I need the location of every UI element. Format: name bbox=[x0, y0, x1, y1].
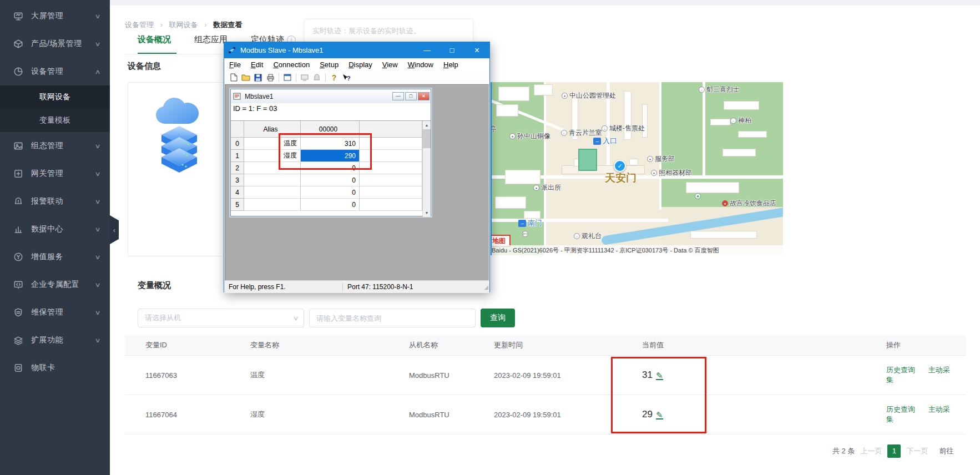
table-row: 11667064 湿度 ModbusRTU 2023-02-09 19:59:0… bbox=[125, 395, 966, 434]
open-file-button[interactable] bbox=[240, 72, 252, 83]
query-button[interactable]: 查询 bbox=[481, 309, 515, 327]
menu-file[interactable]: File bbox=[229, 60, 241, 69]
alias-cell[interactable] bbox=[244, 162, 301, 174]
menu-view[interactable]: View bbox=[382, 60, 398, 69]
sidebar-item-extension[interactable]: 扩展功能 ∨ bbox=[0, 326, 110, 354]
doc-icon bbox=[233, 93, 241, 100]
alias-cell[interactable]: 湿度 bbox=[244, 150, 301, 162]
sidebar-item-valueadded[interactable]: 增值服务 ∨ bbox=[0, 243, 110, 271]
child-minimize-button[interactable]: — bbox=[392, 92, 404, 100]
register-grid: Alias 00000 0 温度 310 1 湿度 290 bbox=[231, 121, 422, 217]
history-query-link[interactable]: 历史查询 bbox=[886, 366, 915, 374]
sidebar-item-gateway[interactable]: 网关管理 ∨ bbox=[0, 160, 110, 188]
breadcrumb-item[interactable]: 联网设备 bbox=[169, 21, 198, 29]
history-query-link[interactable]: 历史查询 bbox=[886, 405, 915, 413]
scroll-up-button[interactable]: ▲ bbox=[423, 121, 431, 129]
sidebar-item-device[interactable]: 设备管理 ∧ bbox=[0, 58, 110, 85]
next-page-button[interactable]: 下一页 bbox=[906, 446, 928, 456]
maximize-button[interactable]: □ bbox=[440, 42, 464, 58]
dot-poi-icon: ● bbox=[562, 93, 568, 99]
total-count: 共 2 条 bbox=[832, 446, 855, 456]
map-pin-check[interactable]: ✓ bbox=[614, 160, 626, 172]
minimize-button[interactable]: — bbox=[415, 42, 440, 58]
close-button[interactable]: × bbox=[464, 42, 489, 58]
map-road bbox=[491, 219, 668, 222]
alias-cell[interactable] bbox=[244, 199, 301, 211]
map-poi: ●派出所 bbox=[533, 183, 561, 193]
map-left-border bbox=[491, 82, 492, 255]
page-number-active[interactable]: 1 bbox=[887, 444, 901, 458]
menu-window[interactable]: Window bbox=[408, 60, 433, 69]
cell-actions: 历史查询 主动采集 bbox=[866, 365, 966, 385]
cell-variable-id: 11667063 bbox=[125, 371, 230, 380]
food-poi-icon: ● bbox=[722, 200, 728, 206]
sidebar-item-alarm[interactable]: 报警联动 ∨ bbox=[0, 188, 110, 215]
window-titlebar[interactable]: Modbus Slave - Mbslave1 — □ × bbox=[224, 42, 489, 58]
help-button[interactable]: ? bbox=[328, 72, 340, 83]
resize-grip[interactable]: ◢ bbox=[484, 284, 488, 290]
menu-connection[interactable]: Connection bbox=[273, 60, 310, 69]
breadcrumb-item[interactable]: 设备管理 bbox=[125, 21, 154, 29]
tab-configuration-app[interactable]: 组态应用 bbox=[194, 34, 228, 45]
value-cell[interactable]: 0 bbox=[301, 199, 360, 211]
sidebar-item-enterprise[interactable]: 企业专属配置 ∨ bbox=[0, 271, 110, 299]
sidebar-item-networked-devices[interactable]: 联网设备 bbox=[0, 85, 110, 109]
scroll-down-button[interactable]: ▼ bbox=[423, 209, 431, 217]
edit-pencil-icon[interactable]: ✎ bbox=[656, 372, 663, 380]
toolbar: ? ? bbox=[224, 71, 489, 84]
sidebar-item-iot-card[interactable]: 物联卡 bbox=[0, 354, 110, 382]
value-cell[interactable]: 0 bbox=[301, 162, 360, 174]
modbus-slave-window[interactable]: Modbus Slave - Mbslave1 — □ × File Edit … bbox=[224, 42, 490, 292]
map-road bbox=[703, 82, 705, 176]
menu-help[interactable]: Help bbox=[443, 60, 458, 69]
breadcrumb-item-current: 数据查看 bbox=[213, 21, 242, 29]
menu-setup[interactable]: Setup bbox=[320, 60, 339, 69]
print-button[interactable] bbox=[264, 72, 276, 83]
alias-cell[interactable] bbox=[244, 186, 301, 199]
variable-search-input[interactable] bbox=[309, 309, 476, 327]
mbslave-child-window[interactable]: Mbslave1 — □ × ID = 1: F = 03 Alias 0000… bbox=[230, 89, 431, 216]
menu-edit[interactable]: Edit bbox=[251, 60, 263, 69]
child-close-button[interactable]: × bbox=[418, 92, 430, 100]
sidebar-item-maintenance[interactable]: 维保管理 ∨ bbox=[0, 299, 110, 326]
sidebar-item-product[interactable]: 产品/场景管理 ∨ bbox=[0, 30, 110, 58]
bar-chart-icon bbox=[13, 224, 23, 234]
context-help-button[interactable]: ? bbox=[340, 72, 352, 83]
sidebar-collapse-handle[interactable]: ‹ bbox=[110, 215, 119, 244]
baidu-map[interactable]: ⌂郁三喜烈士 ●中山公园管理处 ⌂神柏 ⌂城楼-售票处 ⌂青云片兰室 ●孙中山铜… bbox=[491, 82, 783, 255]
chevron-down-icon: ∨ bbox=[94, 281, 100, 289]
alias-cell[interactable] bbox=[244, 174, 301, 186]
value-cell[interactable]: 0 bbox=[301, 174, 360, 186]
cell-current-value: 29✎ bbox=[622, 409, 866, 420]
setup-window-button[interactable] bbox=[281, 72, 294, 83]
save-button[interactable] bbox=[252, 72, 264, 83]
alias-cell[interactable]: 温度 bbox=[244, 138, 301, 150]
map-basketball-court bbox=[578, 149, 597, 171]
status-port-text: Port 47: 115200-8-N-1 bbox=[343, 283, 484, 291]
sidebar-item-variable-template[interactable]: 变量模板 bbox=[0, 109, 110, 132]
value-cell[interactable]: 310 bbox=[301, 138, 360, 150]
child-titlebar[interactable]: Mbslave1 — □ × bbox=[231, 89, 431, 104]
edit-pencil-icon[interactable]: ✎ bbox=[656, 411, 663, 420]
toolbar-separator bbox=[296, 73, 296, 82]
connection-button-disabled[interactable] bbox=[311, 72, 323, 83]
scrollbar-thumb[interactable] bbox=[423, 129, 431, 148]
sidebar-item-datacenter[interactable]: 数据中心 ∨ bbox=[0, 215, 110, 243]
grid-row: 1 湿度 290 bbox=[231, 150, 422, 162]
child-maximize-button[interactable]: □ bbox=[405, 92, 417, 100]
map-poi-south-gate: →南门 bbox=[518, 218, 542, 228]
display-button-disabled[interactable] bbox=[299, 72, 311, 83]
sidebar-item-configuration[interactable]: 组态管理 ∨ bbox=[0, 132, 110, 160]
tab-device-overview[interactable]: 设备概况 bbox=[138, 34, 171, 45]
prev-page-button[interactable]: 上一页 bbox=[860, 446, 882, 456]
menu-display[interactable]: Display bbox=[348, 60, 372, 69]
new-file-button[interactable] bbox=[228, 72, 240, 83]
breadcrumb-separator: › bbox=[204, 21, 206, 29]
slave-select[interactable]: 请选择从机 ∨ bbox=[138, 309, 304, 327]
dot-poi-icon: ● bbox=[509, 133, 516, 139]
map-poi: ♣ bbox=[695, 193, 701, 199]
value-cell-selected[interactable]: 290 bbox=[301, 150, 360, 162]
value-cell[interactable]: 0 bbox=[301, 186, 360, 199]
sidebar-item-bigscreen[interactable]: 大屏管理 ∨ bbox=[0, 2, 110, 30]
vertical-scrollbar[interactable]: ▲ ▼ bbox=[422, 121, 431, 217]
